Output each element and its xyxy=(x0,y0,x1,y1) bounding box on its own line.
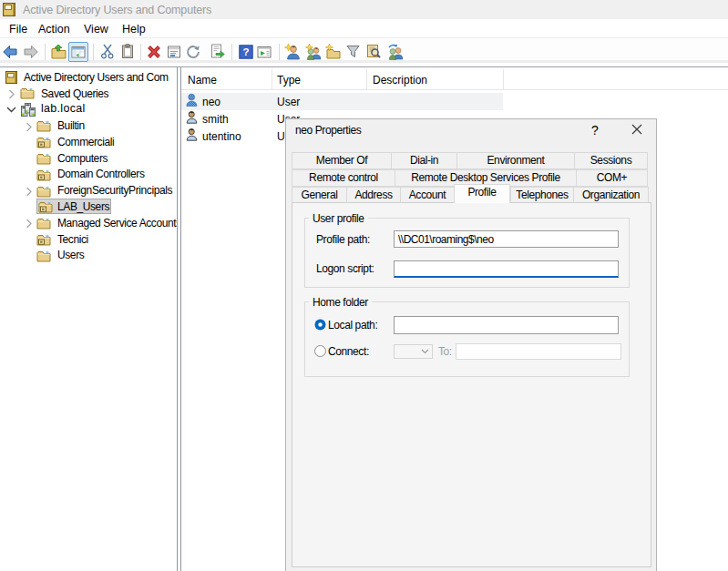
svg-text:?: ? xyxy=(242,46,249,57)
